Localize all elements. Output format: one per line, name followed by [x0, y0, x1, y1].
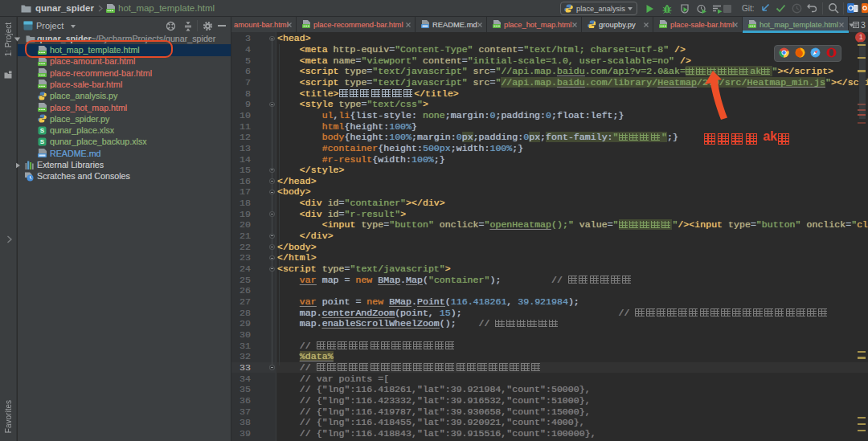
svg-text:S: S: [40, 138, 45, 145]
svg-text:S: S: [40, 127, 45, 134]
